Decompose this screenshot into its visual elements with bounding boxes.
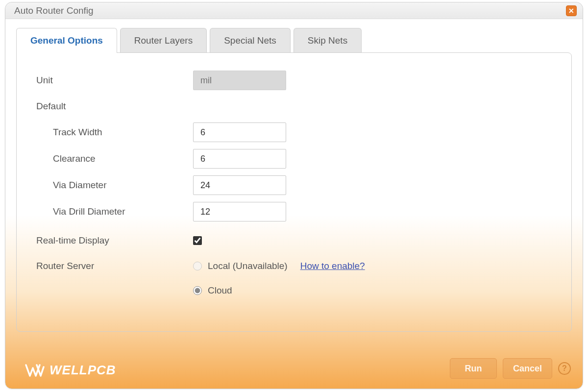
radio-line-cloud: Cloud (193, 285, 365, 296)
tab-general-options[interactable]: General Options (16, 28, 117, 53)
clearance-label: Clearance (36, 153, 193, 164)
radio-local-label: Local (Unavailable) (208, 261, 288, 271)
radio-line-local: Local (Unavailable) How to enable? (193, 261, 365, 271)
tab-row: General Options Router Layers Special Ne… (16, 28, 572, 53)
close-icon: ✕ (568, 7, 574, 15)
row-realtime: Real-time Display (36, 235, 552, 246)
window-title: Auto Router Config (14, 5, 94, 16)
cancel-button[interactable]: Cancel (503, 358, 552, 379)
via-drill-input[interactable] (193, 202, 286, 221)
realtime-checkbox[interactable] (193, 236, 202, 245)
row-via-diameter: Via Diameter (36, 175, 552, 195)
row-router-server: Router Server Local (Unavailable) How to… (36, 261, 552, 296)
realtime-label: Real-time Display (36, 235, 193, 246)
unit-label: Unit (36, 75, 193, 86)
help-icon[interactable]: ? (558, 362, 571, 375)
tab-skip-nets[interactable]: Skip Nets (294, 28, 362, 53)
track-width-label: Track Width (36, 127, 193, 138)
via-drill-label: Via Drill Diameter (36, 206, 193, 217)
tab-panel-general: Unit mil Default Track Width Clearance V… (16, 52, 572, 332)
row-unit: Unit mil (36, 71, 552, 90)
unit-field: mil (193, 71, 286, 90)
watermark-logo-icon (25, 363, 45, 378)
watermark-text: WELLPCB (49, 363, 116, 378)
router-server-radio-group: Local (Unavailable) How to enable? Cloud (193, 261, 365, 296)
close-button[interactable]: ✕ (566, 5, 577, 16)
radio-cloud-label: Cloud (208, 285, 232, 296)
via-diameter-label: Via Diameter (36, 180, 193, 191)
track-width-input[interactable] (193, 122, 286, 142)
router-server-label: Router Server (36, 261, 193, 271)
auto-router-config-dialog: Auto Router Config ✕ General Options Rou… (5, 2, 583, 389)
tab-special-nets[interactable]: Special Nets (210, 28, 291, 53)
tab-router-layers[interactable]: Router Layers (120, 28, 207, 53)
row-track-width: Track Width (36, 122, 552, 142)
clearance-input[interactable] (193, 149, 286, 169)
run-button[interactable]: Run (450, 358, 497, 379)
titlebar: Auto Router Config ✕ (5, 2, 583, 19)
radio-cloud[interactable] (193, 286, 202, 295)
radio-local[interactable] (193, 262, 202, 270)
row-clearance: Clearance (36, 149, 552, 169)
default-section-label: Default (36, 101, 552, 112)
row-via-drill: Via Drill Diameter (36, 202, 552, 221)
via-diameter-input[interactable] (193, 175, 286, 195)
dialog-footer: Run Cancel ? (450, 358, 571, 379)
content-area: General Options Router Layers Special Ne… (5, 19, 583, 389)
how-to-enable-link[interactable]: How to enable? (300, 261, 365, 271)
watermark: WELLPCB (25, 363, 116, 378)
